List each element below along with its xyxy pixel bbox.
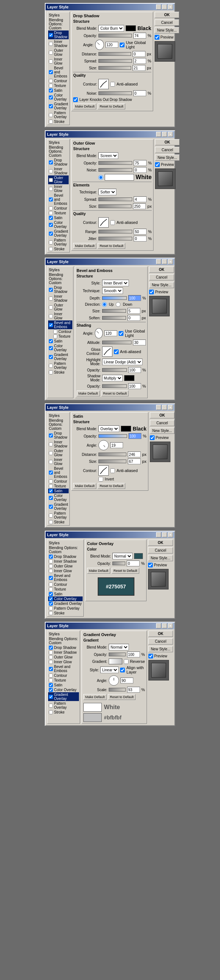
sb5-satin[interactable]: Satin [48, 592, 83, 597]
cb-pattern-overlay-1[interactable] [49, 113, 53, 117]
distance-input-1[interactable] [132, 51, 145, 57]
maximize-btn-2[interactable]: □ [162, 132, 167, 137]
dir-up-3[interactable] [102, 302, 107, 307]
close-btn-1[interactable]: × [168, 5, 173, 10]
sidebar-color-overlay-2[interactable]: Color Overlay [48, 220, 69, 229]
close-btn-3[interactable]: × [168, 259, 173, 264]
opacity-slider-2[interactable] [99, 161, 132, 165]
angle-input-4[interactable] [110, 442, 123, 448]
new-style-btn-3[interactable]: New Style... [149, 282, 174, 288]
sidebar-inner-shadow-2[interactable]: Inner Shadow [48, 167, 69, 175]
close-btn-5[interactable]: × [168, 532, 173, 537]
ok-btn-1[interactable]: OK [155, 12, 179, 18]
sb3-contour[interactable]: Contour [48, 329, 72, 334]
reverse-cb-6[interactable] [124, 659, 129, 664]
shadow-opacity-input-3[interactable] [128, 383, 141, 389]
sidebar-item-contour-1[interactable]: Contour [48, 78, 69, 83]
close-btn-2[interactable]: × [168, 132, 173, 137]
sidebar-item-inner-glow-1[interactable]: Inner Glow [48, 57, 69, 66]
anti-aliased-cb-3[interactable] [114, 349, 119, 354]
size-input-3[interactable] [128, 308, 140, 314]
spread-input-2[interactable] [134, 196, 147, 202]
sidebar-item-drop-shadow-1[interactable]: Drop Shadow [48, 30, 69, 39]
reset-default-btn-5[interactable]: Reset to Default [112, 568, 139, 574]
sb6-outer-glow[interactable]: Outer Glow [48, 655, 79, 660]
sidebar-item-texture-1[interactable]: Texture [48, 83, 69, 88]
cb-gradient-overlay-1[interactable] [49, 104, 53, 108]
minimize-btn-6[interactable]: _ [156, 623, 161, 628]
sb6-stroke[interactable]: Stroke [48, 710, 79, 714]
blend-mode-select-6[interactable]: Normal [109, 644, 129, 651]
angle-input-6[interactable] [121, 678, 133, 683]
sidebar-item-satin-1[interactable]: Satin [48, 88, 69, 93]
angle-input-1[interactable] [105, 42, 118, 48]
cb-inner-shadow-1[interactable] [49, 42, 53, 46]
cancel-btn-1[interactable]: Cancel [155, 19, 179, 26]
reset-default-btn-1[interactable]: Reset to Default [98, 103, 125, 110]
new-style-btn-6[interactable]: New Style... [148, 646, 173, 652]
sb6-drop-shadow[interactable]: Drop Shadow [48, 645, 79, 650]
size-input-2[interactable] [133, 203, 146, 209]
cb-color-overlay-1[interactable] [49, 95, 53, 99]
sb3-blending[interactable]: Blending Options: Custom [48, 272, 72, 285]
anti-aliased-cb-2[interactable] [110, 220, 115, 225]
contour-preview-2[interactable] [99, 217, 109, 228]
solid-color-radio-2[interactable] [99, 175, 103, 180]
sidebar-drop-shadow-2[interactable]: Drop Shadow [48, 158, 69, 167]
make-default-btn-5[interactable]: Make Default [87, 568, 110, 574]
sb5-contour[interactable]: Contour [48, 582, 83, 587]
make-default-btn-6[interactable]: Make Default [83, 694, 107, 700]
blend-mode-select-1[interactable]: Color Burn [99, 25, 124, 32]
sb5-inner-shadow[interactable]: Inner Shadow [48, 559, 83, 564]
cb-stroke-1[interactable] [49, 120, 53, 124]
cb-contour-1[interactable] [49, 79, 53, 83]
sb6-satin[interactable]: Satin [48, 683, 79, 687]
color-overlay-swatch-5[interactable] [134, 553, 143, 559]
anti-aliased-cb-1[interactable] [110, 82, 115, 87]
sb4-inner-glow[interactable]: Inner Glow [48, 457, 69, 466]
sb3-color-overlay[interactable]: Color Overlay [48, 344, 72, 352]
sidebar-item-color-overlay-1[interactable]: Color Overlay [48, 93, 69, 102]
gradient-start-swatch-6[interactable] [83, 703, 102, 712]
sb3-inner-shadow[interactable]: Inner Shadow [48, 294, 72, 303]
layer-knocks-cb-1[interactable] [73, 97, 78, 102]
minimize-btn-2[interactable]: _ [156, 132, 161, 137]
sidebar-item-gradient-overlay-1[interactable]: Gradient Overlay [48, 102, 69, 110]
sidebar-item-inner-shadow-1[interactable]: Inner Shadow [48, 39, 69, 48]
sb3-stroke[interactable]: Stroke [48, 370, 72, 375]
sb4-satin[interactable]: Satin [48, 488, 69, 493]
sb5-pattern-overlay[interactable]: Pattern Overlay [48, 606, 83, 611]
close-btn-6[interactable]: × [168, 623, 173, 628]
sb5-gradient-overlay[interactable]: Gradient Overlay [48, 601, 83, 606]
make-default-btn-2[interactable]: Make Default [73, 243, 96, 249]
highlight-opacity-input-3[interactable] [128, 367, 141, 373]
new-style-btn-4[interactable]: New Style... [150, 428, 174, 434]
sb4-gradient-overlay[interactable]: Gradient Overlay [48, 502, 69, 511]
angle-dial-1[interactable] [95, 40, 104, 50]
make-default-btn-4[interactable]: Make Default [73, 483, 96, 489]
sb5-drop-shadow[interactable]: Drop Shadow [48, 554, 83, 559]
sb4-blending[interactable]: Blending Options: Custom [48, 418, 69, 431]
minimize-btn-3[interactable]: _ [156, 259, 161, 264]
blend-color-swatch-1[interactable] [126, 25, 136, 31]
sb4-stroke[interactable]: Stroke [48, 520, 69, 525]
sidebar-contour-2[interactable]: Contour [48, 206, 69, 211]
cancel-btn-2[interactable]: Cancel [155, 147, 180, 153]
blend-mode-select-5[interactable]: Normal [112, 553, 132, 559]
gradient-end-swatch-6[interactable] [83, 713, 102, 722]
reset-default-btn-4[interactable]: Reset to Default [98, 483, 125, 489]
sb4-drop-shadow[interactable]: Drop Shadow [48, 431, 69, 440]
glow-color-swatch-2[interactable] [105, 174, 134, 181]
distance-input-4[interactable] [128, 452, 141, 457]
opacity-input-6[interactable] [127, 652, 140, 657]
sb6-inner-shadow[interactable]: Inner Shadow [48, 650, 79, 655]
sb3-bevel[interactable]: Bevel and Emboss [48, 320, 72, 329]
scale-input-6[interactable] [127, 687, 140, 693]
sidebar-blending-2[interactable]: Blending Options: Custom [48, 145, 69, 158]
sb6-bevel[interactable]: Bevel and Emboss [48, 664, 79, 673]
sb4-bevel[interactable]: Bevel and Emboss [48, 466, 69, 479]
cancel-btn-5[interactable]: Cancel [148, 547, 173, 554]
sb4-inner-shadow[interactable]: Inner Shadow [48, 440, 69, 449]
sb6-color-overlay[interactable]: Color Overlay [48, 687, 79, 692]
cb-drop-shadow-1[interactable] [49, 33, 53, 37]
